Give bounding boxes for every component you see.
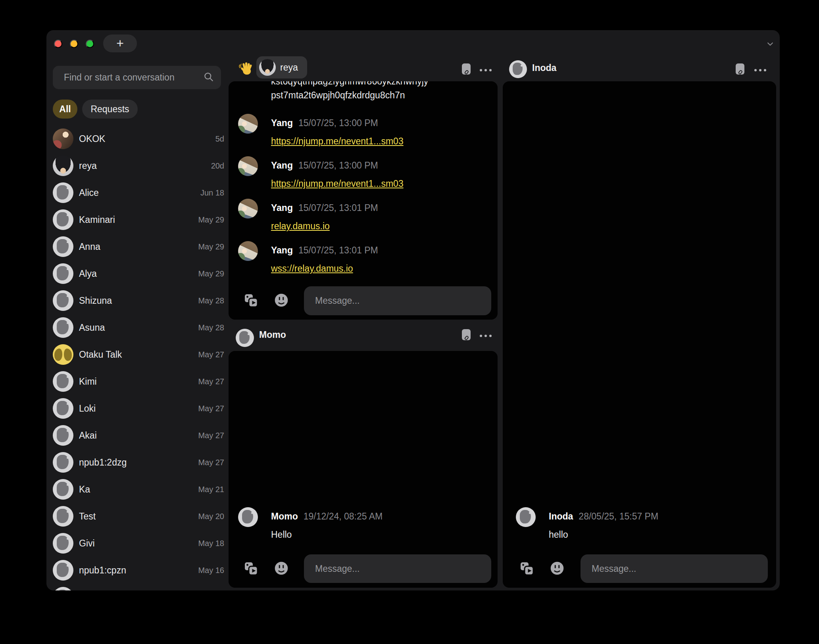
new-conversation-button[interactable]: + — [103, 34, 137, 52]
list-item-kimi[interactable]: Kimi May 27 — [53, 368, 224, 395]
chat-title-momo: Momo — [259, 330, 286, 340]
waving-hand-icon — [238, 61, 253, 76]
list-item-otaku-talk[interactable]: Otaku Talk May 27 — [53, 341, 224, 368]
close-window-button[interactable] — [54, 40, 62, 48]
conversation-name: Test — [79, 511, 96, 522]
message-input-box — [304, 286, 491, 315]
list-item-reya[interactable]: reya 20d — [53, 152, 224, 179]
conversation-name: Kaminari — [79, 215, 115, 225]
compose-note-button[interactable] — [732, 61, 749, 78]
more-options-button[interactable] — [477, 328, 494, 344]
search-input[interactable] — [63, 72, 203, 83]
avatar — [53, 317, 73, 338]
conversation-list: OKOK 5d reya 20d Alice Jun 18 Kaminari M… — [53, 125, 224, 590]
list-item-kaminari[interactable]: Kaminari May 29 — [53, 206, 224, 233]
list-item-akai[interactable]: Akai May 27 — [53, 422, 224, 449]
message-author: Yang — [271, 203, 293, 213]
conversation-name: Asuna — [79, 322, 105, 333]
message-link[interactable]: https://njump.me/nevent1...sm03 — [271, 136, 404, 147]
search-bar — [53, 66, 221, 89]
zoom-window-button[interactable] — [86, 40, 94, 48]
conversation-date: May 27 — [198, 431, 224, 440]
list-item-givi[interactable]: Givi May 18 — [53, 530, 224, 557]
message-link[interactable]: https://njump.me/nevent1...sm03 — [271, 178, 404, 189]
message-text: hello — [549, 529, 568, 540]
list-item-npub-2dzg[interactable]: npub1:2dzg May 27 — [53, 449, 224, 476]
tab-requests[interactable]: Requests — [82, 100, 138, 119]
more-options-button[interactable] — [477, 62, 494, 79]
message-text: Hello — [271, 529, 292, 540]
conversation-name: Kimi — [79, 376, 97, 387]
avatar — [238, 156, 258, 176]
avatar — [53, 452, 73, 473]
message-timestamp: 15/07/25, 13:01 PM — [298, 245, 378, 256]
message-header: Momo 19/12/24, 08:25 AM — [271, 511, 383, 522]
avatar — [238, 241, 258, 261]
conversation-name: OKOK — [79, 134, 105, 144]
list-item-loki[interactable]: Loki May 27 — [53, 395, 224, 422]
avatar — [259, 59, 276, 76]
message-header: Yang 15/07/25, 13:00 PM — [271, 160, 378, 171]
emoji-picker-button[interactable] — [273, 560, 290, 577]
open-chat-tab-reya[interactable]: reya — [256, 56, 307, 79]
avatar — [53, 182, 73, 203]
minimize-window-button[interactable] — [70, 40, 78, 48]
avatar — [238, 199, 258, 218]
search-icon — [203, 71, 214, 84]
conversation-date: May 29 — [198, 269, 224, 278]
more-options-button[interactable] — [752, 62, 769, 79]
list-item-shizuna[interactable]: Shizuna May 28 — [53, 287, 224, 314]
conversation-name: Ka — [79, 484, 90, 495]
compose-note-button[interactable] — [458, 61, 475, 78]
chat-panel-reya: kst6qyqtmpag2lygnmwr86oykzknwnyjy pst7mt… — [229, 81, 498, 320]
conversation-date: May 27 — [198, 458, 224, 467]
message-link[interactable]: relay.damus.io — [271, 221, 330, 232]
list-item-anna[interactable]: Anna May 29 — [53, 233, 224, 260]
conversation-date: May 27 — [198, 377, 224, 386]
conversation-date: 5d — [215, 134, 224, 144]
message-header: Yang 15/07/25, 13:01 PM — [271, 245, 378, 256]
conversation-name: Shizuna — [79, 295, 112, 306]
list-item-test[interactable]: Test May 20 — [53, 503, 224, 530]
message-author: Yang — [271, 160, 293, 171]
conversation-date: May 29 — [198, 242, 224, 251]
conversation-date: May 28 — [198, 323, 224, 332]
tab-all[interactable]: All — [53, 100, 77, 119]
message-input[interactable] — [581, 554, 768, 583]
message-input-box — [304, 554, 491, 583]
media-picker-button[interactable] — [243, 292, 260, 309]
chevron-down-icon[interactable] — [765, 40, 775, 48]
avatar — [53, 209, 73, 230]
message-author: Inoda — [549, 511, 573, 522]
emoji-picker-button[interactable] — [273, 292, 290, 309]
conversation-name: Otaku Talk — [79, 349, 122, 360]
conversation-name: Givi — [79, 538, 95, 549]
conversation-date: May 29 — [198, 215, 224, 224]
list-item-alice[interactable]: Alice Jun 18 — [53, 179, 224, 206]
avatar — [53, 290, 73, 311]
avatar — [509, 60, 527, 78]
message-link[interactable]: wss://relay.damus.io — [271, 263, 353, 274]
list-item-partial[interactable] — [53, 584, 224, 590]
message-author: Momo — [271, 511, 298, 522]
list-item-okok[interactable]: OKOK 5d — [53, 125, 224, 152]
media-picker-button[interactable] — [519, 560, 535, 577]
avatar — [53, 398, 73, 419]
media-picker-button[interactable] — [243, 560, 260, 577]
compose-note-button[interactable] — [458, 327, 475, 343]
list-item-alya[interactable]: Alya May 29 — [53, 260, 224, 287]
conversation-name: Akai — [79, 430, 97, 441]
emoji-picker-button[interactable] — [549, 560, 565, 577]
list-item-npub-cpzn[interactable]: npub1:cpzn May 16 — [53, 557, 224, 584]
avatar — [53, 236, 73, 257]
conversation-date: May 16 — [198, 566, 224, 575]
three-dots-icon — [480, 69, 492, 71]
conversation-name: npub1:cpzn — [79, 565, 126, 576]
message-input-box — [581, 554, 768, 583]
message-input[interactable] — [304, 286, 491, 315]
list-item-asuna[interactable]: Asuna May 28 — [53, 314, 224, 341]
message-input[interactable] — [304, 554, 491, 583]
message-author: Yang — [271, 118, 293, 128]
chat-panel-inoda: Inoda 28/05/25, 15:57 PM hello — [503, 81, 776, 588]
list-item-ka[interactable]: Ka May 21 — [53, 476, 224, 503]
